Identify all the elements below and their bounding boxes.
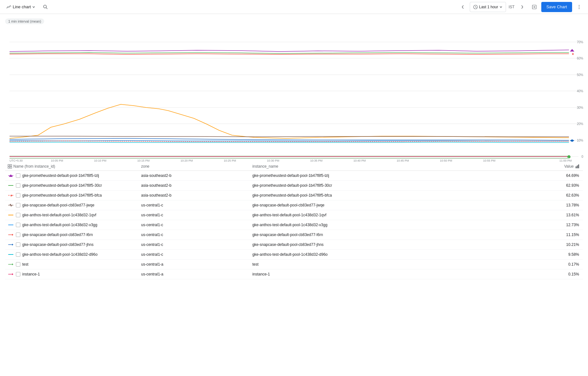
table-row: gke-prometheustest-default-pool-1b47f8f5… <box>5 171 583 181</box>
svg-text:10:05 PM: 10:05 PM <box>51 159 63 162</box>
row-checkbox[interactable] <box>16 203 20 207</box>
chart-area: 1 min interval (mean) 70% 60% 50% 40% 30… <box>0 14 588 279</box>
instance-cell: instance-1 <box>250 269 516 279</box>
row-checkbox[interactable] <box>16 183 20 188</box>
row-name: gke-anthos-test-default-pool-1c438d32-v3… <box>22 223 97 227</box>
svg-text:60%: 60% <box>577 57 583 60</box>
save-chart-button[interactable]: Save Chart <box>541 2 572 12</box>
grid-icon <box>8 164 12 169</box>
row-checkbox[interactable] <box>16 242 20 247</box>
series-icon <box>8 272 14 277</box>
row-name: gke-snapcase-default-pool-cb83ed77-l6rn <box>22 233 93 237</box>
dropdown-arrow-icon <box>499 5 503 9</box>
svg-rect-47 <box>10 164 12 166</box>
zoom-icon <box>532 4 537 10</box>
more-vert-icon <box>577 4 582 10</box>
zone-cell: us-central1-a <box>139 269 250 279</box>
row-name: gke-anthos-test-default-pool-1c438d32-d9… <box>22 252 98 257</box>
zone-cell: us-central1-a <box>139 260 250 269</box>
svg-text:10:15 PM: 10:15 PM <box>137 159 150 162</box>
series-icon <box>8 212 14 218</box>
prev-button[interactable] <box>458 2 468 12</box>
col-name-label: Name (from instance_id) <box>13 164 55 169</box>
row-checkbox[interactable] <box>16 272 20 276</box>
value-cell: 9.58% <box>516 250 583 260</box>
svg-point-8 <box>579 5 579 5</box>
name-cell: gke-snapcase-default-pool-cb83ed77-l6rn <box>5 230 139 240</box>
svg-point-10 <box>579 8 579 9</box>
time-range-button[interactable]: Last 1 hour <box>470 2 506 12</box>
series-icon <box>8 222 14 227</box>
svg-text:10:45 PM: 10:45 PM <box>397 159 409 162</box>
value-cell: 62.93% <box>516 181 583 191</box>
col-header-instance: instance_name <box>250 162 516 171</box>
row-name: gke-prometheustest-default-pool-1b47f8f5… <box>22 183 102 188</box>
save-chart-label: Save Chart <box>546 4 567 9</box>
zone-cell: us-central1-c <box>139 250 250 260</box>
table-row: gke-anthos-test-default-pool-1c438d32-1q… <box>5 210 583 220</box>
header-right: Last 1 hour IST Save Chart <box>458 2 584 12</box>
svg-text:10:50 PM: 10:50 PM <box>440 159 452 162</box>
row-name: gke-prometheustest-default-pool-1b47f8f5… <box>22 173 99 178</box>
instance-cell: test <box>250 260 516 269</box>
svg-text:70%: 70% <box>577 40 583 44</box>
legend-table: Name (from instance_id) zone instance_na… <box>5 162 583 279</box>
instance-cell: gke-snapcase-default-pool-cb83ed77-jhns <box>250 240 516 250</box>
row-checkbox[interactable] <box>16 173 20 178</box>
svg-point-9 <box>579 6 579 7</box>
row-name: gke-anthos-test-default-pool-1c438d32-1q… <box>22 213 96 217</box>
row-checkbox[interactable] <box>16 193 20 198</box>
row-checkbox[interactable] <box>16 223 20 227</box>
chart-svg-wrapper: 70% 60% 50% 40% 30% 20% 10% 0 ★ <box>0 25 588 162</box>
table-header: Name (from instance_id) zone instance_na… <box>5 162 583 171</box>
row-checkbox[interactable] <box>16 262 20 267</box>
next-button[interactable] <box>517 2 527 12</box>
svg-text:10:20 PM: 10:20 PM <box>181 159 193 162</box>
table-row: gke-snapcase-default-pool-cb83ed77-l6rn … <box>5 230 583 240</box>
row-checkbox[interactable] <box>16 252 20 257</box>
name-cell: gke-anthos-test-default-pool-1c438d32-v3… <box>5 220 139 230</box>
instance-cell: gke-prometheustest-default-pool-1b47f8f5… <box>250 191 516 200</box>
name-cell: ★ gke-prometheustest-default-pool-1b47f8… <box>5 191 139 200</box>
row-checkbox[interactable] <box>16 213 20 217</box>
value-cell: 11.15% <box>516 230 583 240</box>
zone-cell: us-central1-c <box>139 240 250 250</box>
chart-type-dropdown[interactable]: Line chart <box>4 3 38 11</box>
svg-text:10:30 PM: 10:30 PM <box>267 159 279 162</box>
interval-badge: 1 min interval (mean) <box>5 18 44 24</box>
svg-text:10:40 PM: 10:40 PM <box>353 159 366 162</box>
search-button[interactable] <box>40 2 51 12</box>
svg-marker-70 <box>12 273 13 275</box>
row-name: gke-snapcase-default-pool-cb83ed77-jhns <box>22 242 93 247</box>
time-range-label: Last 1 hour <box>479 5 498 9</box>
row-checkbox[interactable] <box>16 233 20 237</box>
svg-text:10:55 PM: 10:55 PM <box>483 159 496 162</box>
value-cell: 12.73% <box>516 220 583 230</box>
instance-cell: gke-anthos-test-default-pool-1c438d32-v3… <box>250 220 516 230</box>
svg-line-4 <box>475 7 476 8</box>
svg-text:0: 0 <box>581 155 583 158</box>
svg-text:50%: 50% <box>577 73 583 77</box>
table-row: test us-central1-a test 0.17% <box>5 260 583 269</box>
svg-rect-46 <box>8 164 10 166</box>
header-left: Line chart <box>4 2 51 12</box>
svg-text:UTC+5:30: UTC+5:30 <box>10 159 23 162</box>
table-row: gke-anthos-test-default-pool-1c438d32-d9… <box>5 250 583 260</box>
col-header-name: Name (from instance_id) <box>5 162 139 171</box>
line-chart-icon <box>6 4 11 10</box>
svg-text:30%: 30% <box>577 106 583 109</box>
zoom-button[interactable] <box>529 2 539 12</box>
zone-cell: asia-southeast2-b <box>139 171 250 181</box>
search-icon <box>43 4 48 10</box>
svg-text:10:10 PM: 10:10 PM <box>94 159 106 162</box>
chevron-right-icon <box>520 4 525 10</box>
table-row: gke-prometheustest-default-pool-1b47f8f5… <box>5 181 583 191</box>
name-cell: gke-snapcase-default-pool-cb83ed77-jhns <box>5 240 139 250</box>
svg-line-1 <box>46 8 47 9</box>
chevron-down-icon <box>32 5 35 9</box>
more-options-button[interactable] <box>574 2 584 12</box>
table-row: instance-1 us-central1-a instance-1 0.15… <box>5 269 583 279</box>
svg-point-0 <box>44 5 46 8</box>
series-icon <box>8 242 14 247</box>
row-name: gke-snapcase-default-pool-cb83ed77-jwqe <box>22 203 94 207</box>
